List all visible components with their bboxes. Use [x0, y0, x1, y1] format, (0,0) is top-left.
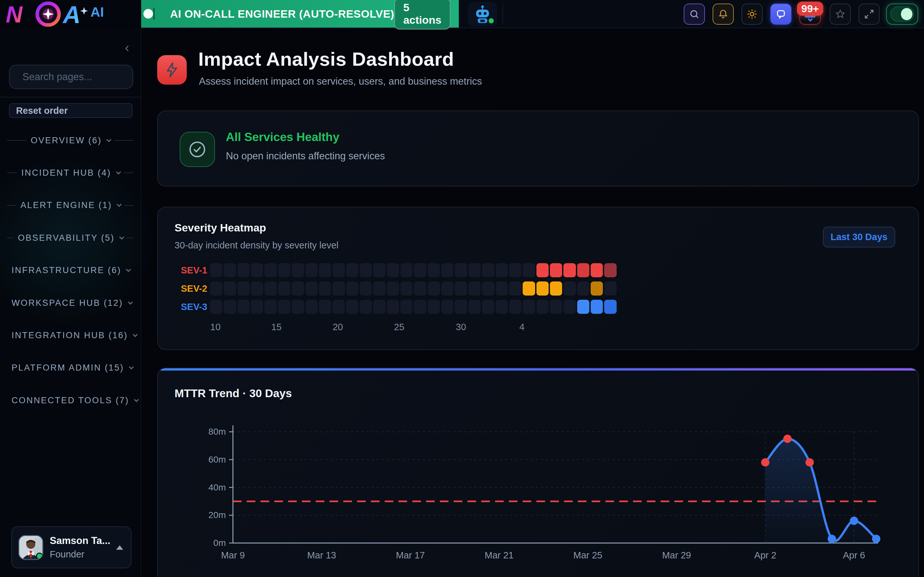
heatmap-cell	[373, 263, 385, 277]
search-icon	[689, 9, 699, 19]
sidebar-collapse-button[interactable]: ‹	[121, 42, 134, 55]
actions-count-badge[interactable]: 5 actions	[394, 0, 451, 29]
sidebar-item-workspace-hub-12[interactable]: WORKSPACE HUB (12)	[7, 296, 134, 310]
heatmap-cell	[455, 263, 467, 277]
heatmap-cell	[523, 282, 535, 295]
sidebar-item-label: WORKSPACE HUB (12)	[11, 298, 123, 308]
heatmap-cell	[564, 282, 575, 295]
sidebar-search[interactable]	[9, 65, 133, 89]
sidebar-item-overview-6[interactable]: OVERVIEW (6)	[7, 133, 134, 147]
heatmap-cell	[591, 300, 603, 314]
heatmap-cell	[468, 300, 481, 314]
divider-dash	[114, 140, 134, 141]
sidebar-item-label: CONNECTED TOOLS (7)	[11, 396, 129, 406]
inbox-button[interactable]: 99+	[800, 3, 821, 25]
sidebar-item-infrastructure-6[interactable]: INFRASTRUCTURE (6)	[7, 263, 134, 277]
heatmap-cell	[591, 282, 603, 295]
x-axis-label: Apr 6	[843, 550, 865, 560]
svg-text:N: N	[6, 2, 23, 27]
sidebar-item-connected-tools-7[interactable]: CONNECTED TOOLS (7)	[7, 393, 134, 408]
oncall-toggle[interactable]	[153, 8, 155, 20]
heatmap-cell	[577, 263, 590, 277]
star-icon	[835, 9, 845, 19]
heatmap-cell	[237, 282, 250, 295]
oncall-banner: AI ON-CALL ENGINEER (AUTO-RESOLVE) 5 act…	[141, 0, 459, 27]
top-bar: N A AI AI ON-CALL ENGINEER (AUTO-RESOLVE…	[0, 0, 924, 28]
heatmap-cell	[401, 300, 413, 314]
heatmap-cell	[604, 263, 616, 277]
chevron-down-icon	[129, 364, 134, 370]
divider-dash	[127, 237, 134, 238]
search-input[interactable]	[23, 71, 150, 83]
heatmap-cell	[346, 282, 359, 295]
sidebar-item-label: PLATFORM ADMIN (15)	[11, 363, 124, 373]
favorites-button[interactable]	[830, 3, 851, 25]
heatmap-cell	[496, 282, 508, 295]
sun-icon	[746, 9, 758, 19]
heatmap-cell	[523, 263, 535, 277]
heatmap-row-label: SEV-3	[179, 301, 207, 312]
user-profile-card[interactable]: Samson Ta... Founder	[11, 526, 132, 568]
chevron-down-icon	[116, 169, 121, 175]
heatmap-cell	[509, 300, 521, 314]
y-axis-label: 40m	[208, 482, 226, 492]
nova-logo-art: N A AI	[0, 0, 141, 28]
heatmap-cell	[604, 282, 616, 295]
sidebar-item-observability-5[interactable]: OBSERVABILITY (5)	[7, 231, 134, 245]
heatmap-axis-ticks: 10152025304	[210, 322, 617, 335]
chevron-down-icon	[134, 397, 139, 402]
heatmap-axis-tick: 4	[519, 322, 525, 332]
x-axis-label: Mar 13	[307, 550, 336, 560]
heatmap-cell	[251, 300, 263, 314]
heatmap-cell	[428, 282, 440, 295]
master-toggle[interactable]	[886, 3, 918, 25]
heatmap-cell	[292, 300, 304, 314]
sidebar-item-alert-engine-1[interactable]: ALERT ENGINE (1)	[7, 198, 134, 213]
heatmap-cell	[278, 300, 290, 314]
ai-assistant-button[interactable]	[468, 2, 497, 26]
range-selector-button[interactable]: Last 30 Days	[823, 227, 895, 247]
page-subtitle: Assess incident impact on services, user…	[199, 76, 482, 87]
heatmap-cell	[536, 282, 549, 295]
heatmap-cell	[536, 300, 549, 314]
sidebar-item-incident-hub-4[interactable]: INCIDENT HUB (4)	[7, 166, 134, 180]
mttr-title: MTTR Trend · 30 Days	[174, 387, 292, 400]
chat-button[interactable]	[771, 3, 792, 25]
heatmap-cell	[564, 263, 575, 277]
heatmap-cell	[210, 263, 222, 277]
reset-order-button[interactable]: Reset order	[9, 103, 132, 118]
heatmap-cell	[305, 300, 318, 314]
check-circle-icon	[188, 140, 207, 159]
chevron-down-icon	[117, 202, 122, 207]
heatmap-cell	[604, 300, 616, 314]
heatmap-cell	[264, 300, 276, 314]
heatmap-cell	[373, 282, 385, 295]
notifications-button[interactable]	[712, 3, 734, 25]
heatmap-cell	[292, 263, 304, 277]
heatmap-subtitle: 30-day incident density by severity leve…	[174, 240, 338, 251]
area-fill	[765, 439, 876, 543]
sidebar-item-integration-hub-16[interactable]: INTEGRATION HUB (16)	[7, 328, 134, 342]
heatmap-cell	[496, 263, 508, 277]
heatmap-cell	[564, 300, 575, 314]
heatmap-cell	[523, 300, 535, 314]
theme-toggle-button[interactable]	[741, 3, 762, 25]
heatmap-row-label: SEV-1	[179, 265, 207, 276]
heatmap-row-label: SEV-2	[179, 284, 207, 294]
heatmap-cell	[333, 263, 344, 277]
fullscreen-button[interactable]	[859, 3, 880, 25]
heatmap-cell	[373, 300, 385, 314]
heatmap-row-cells	[210, 263, 617, 277]
page-title: Impact Analysis Dashboard	[198, 48, 454, 70]
heatmap-cell	[468, 263, 481, 277]
x-axis-label: Apr 2	[754, 550, 776, 560]
profile-expand-caret[interactable]	[116, 545, 123, 550]
heatmap-cell	[577, 282, 590, 295]
data-point-apr-3	[783, 435, 792, 443]
x-axis-label: Mar 29	[662, 550, 691, 560]
sidebar-item-platform-admin-15[interactable]: PLATFORM ADMIN (15)	[7, 361, 134, 375]
heatmap-cell	[319, 263, 331, 277]
global-search-button[interactable]	[684, 3, 705, 25]
brand-logo[interactable]: N A AI	[0, 0, 141, 28]
heatmap-cell	[305, 263, 318, 277]
